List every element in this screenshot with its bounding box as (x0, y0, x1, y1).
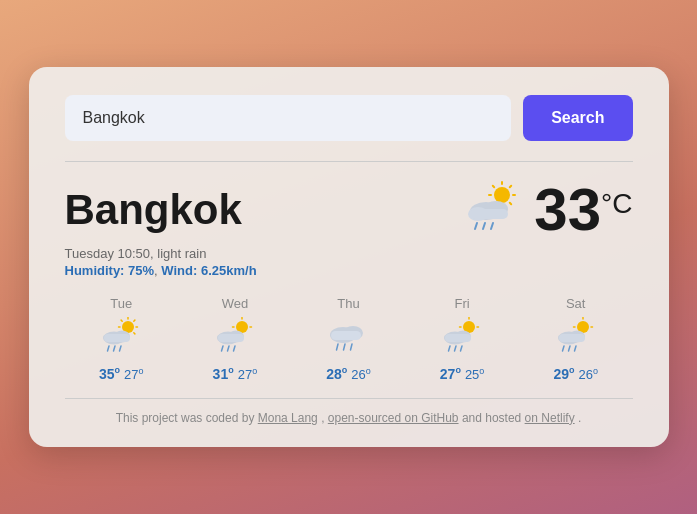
footer-text-after: and hosted (462, 411, 525, 425)
weather-card: Search Bangkok (29, 67, 669, 447)
svg-line-8 (510, 186, 511, 187)
search-input[interactable] (65, 95, 512, 141)
forecast-icon-4 (555, 317, 597, 359)
svg-line-30 (120, 346, 122, 351)
weather-stats: Humidity: 75%, Wind: 6.25km/h (65, 263, 633, 278)
humidity-label: Humidity: (65, 263, 125, 278)
svg-rect-12 (470, 209, 508, 219)
current-temperature: 33 °C (534, 180, 632, 240)
footer-netlify-link[interactable]: on Netlify (525, 411, 575, 425)
svg-line-29 (114, 346, 116, 351)
day-label-3: Fri (454, 296, 469, 311)
forecast-temps-3: 27o 25o (440, 365, 485, 382)
day-label-2: Thu (337, 296, 359, 311)
forecast-temps-4: 29o 26o (553, 365, 598, 382)
forecast-day-2: Thu 28o 26o (292, 296, 406, 382)
svg-line-40 (227, 346, 229, 351)
forecast-day-0: Tue (65, 296, 179, 382)
svg-rect-66 (559, 334, 585, 342)
svg-point-0 (494, 187, 510, 203)
svg-line-69 (574, 346, 576, 351)
temp-low-0: 27o (124, 366, 143, 382)
svg-line-57 (455, 346, 457, 351)
svg-rect-27 (104, 334, 130, 342)
svg-line-14 (483, 223, 485, 229)
footer-period: . (578, 411, 581, 425)
weather-description: Tuesday 10:50, light rain (65, 246, 633, 261)
svg-line-46 (344, 344, 346, 350)
svg-line-24 (134, 320, 135, 321)
footer-author-link[interactable]: Mona Lang (258, 411, 318, 425)
wind-value: 6.25km/h (201, 263, 257, 278)
divider (65, 161, 633, 162)
svg-rect-38 (218, 334, 244, 342)
temp-low-4: 26o (578, 366, 597, 382)
svg-rect-55 (445, 334, 471, 342)
forecast-temps-0: 35o 27o (99, 365, 144, 382)
wind-label: Wind: (161, 263, 197, 278)
forecast-temps-1: 31o 27o (213, 365, 258, 382)
svg-line-21 (121, 320, 122, 321)
forecast-icon-3 (441, 317, 483, 359)
forecast-icon-1 (214, 317, 256, 359)
svg-line-13 (475, 223, 477, 229)
temp-high-0: 35o (99, 365, 120, 382)
svg-line-6 (510, 203, 511, 204)
temp-high-2: 28o (326, 365, 347, 382)
svg-line-39 (221, 346, 223, 351)
forecast-icon-0 (100, 317, 142, 359)
svg-line-68 (568, 346, 570, 351)
footer-text-before: This project was coded by (116, 411, 258, 425)
day-label-1: Wed (222, 296, 249, 311)
forecast-day-4: Sat 29o 26o (519, 296, 633, 382)
city-name: Bangkok (65, 186, 242, 234)
forecast-row: Tue (65, 296, 633, 382)
svg-line-58 (461, 346, 463, 351)
forecast-icon-2 (327, 317, 369, 359)
humidity-value: 75% (128, 263, 154, 278)
svg-line-56 (449, 346, 451, 351)
city-temp-row: Bangkok (65, 180, 633, 240)
current-weather-icon (464, 181, 524, 239)
svg-line-45 (337, 344, 339, 350)
forecast-day-1: Wed 31o 27o (178, 296, 292, 382)
svg-rect-44 (331, 331, 361, 340)
day-label-4: Sat (566, 296, 586, 311)
svg-line-28 (108, 346, 110, 351)
temp-low-2: 26o (351, 366, 370, 382)
temp-low-3: 25o (465, 366, 484, 382)
svg-line-15 (491, 223, 493, 229)
footer: This project was coded by Mona Lang , op… (65, 398, 633, 425)
search-row: Search (65, 95, 633, 141)
forecast-temps-2: 28o 26o (326, 365, 371, 382)
forecast-day-3: Fri 27o 25o (405, 296, 519, 382)
svg-line-67 (562, 346, 564, 351)
temp-high-1: 31o (213, 365, 234, 382)
temp-high-3: 27o (440, 365, 461, 382)
footer-text-middle: , (321, 411, 328, 425)
day-label-0: Tue (110, 296, 132, 311)
svg-line-41 (233, 346, 235, 351)
svg-line-22 (134, 333, 135, 334)
temp-high-4: 29o (553, 365, 574, 382)
footer-github-link[interactable]: open-sourced on GitHub (328, 411, 459, 425)
svg-line-5 (493, 186, 494, 187)
temp-low-1: 27o (238, 366, 257, 382)
search-button[interactable]: Search (523, 95, 632, 141)
temp-group: 33 °C (464, 180, 632, 240)
svg-line-47 (351, 344, 353, 350)
